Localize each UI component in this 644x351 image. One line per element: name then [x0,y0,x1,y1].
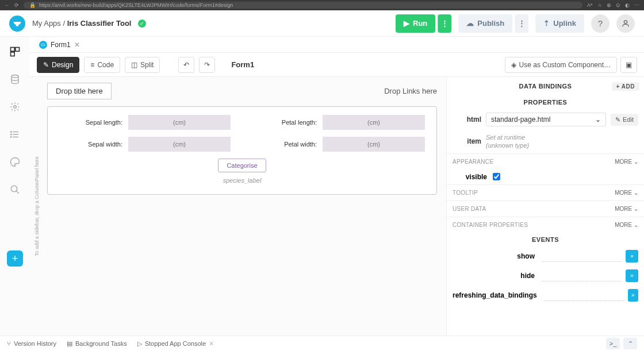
properties-header: PROPERTIES [447,95,644,109]
svg-rect-3 [11,52,15,56]
svg-rect-1 [11,48,15,52]
settings-gear-icon[interactable] [8,100,22,114]
sepal-length-label: Sepal length: [59,119,122,126]
petal-length-input[interactable] [323,115,425,130]
visible-prop-label: visible [453,173,487,181]
event-refresh-input[interactable] [544,290,624,301]
breadcrumb-root[interactable]: My Apps [32,19,61,28]
uplink-icon: ⇡ [543,19,550,28]
sepal-length-input[interactable] [128,115,231,130]
event-show-label: show [453,252,538,260]
terminal-button[interactable]: >_ [606,338,620,349]
svg-point-10 [11,134,12,135]
container-props-section[interactable]: CONTAINER PROPERTIES MORE ⌄ [447,217,644,233]
uplink-button[interactable]: ⇡ Uplink [535,14,584,33]
app-console-button[interactable]: ▷ Stopped App Console ✕ [137,340,214,348]
sepal-width-input[interactable] [128,137,231,152]
url-bar[interactable]: 🔒 https://anvil.works/new-build/apps/QK2… [24,2,582,9]
event-hide-go-button[interactable]: » [626,269,638,282]
status-ok-icon: ✓ [138,20,146,28]
form-panel[interactable]: Sepal length: Petal length: Sepal width: [47,106,437,195]
collapse-button[interactable]: ⌃ [623,338,637,349]
html-prop-select[interactable]: standard-page.html ⌄ [486,113,606,126]
species-label[interactable]: species_label [59,177,425,184]
categorise-button[interactable]: Categorise [218,159,266,172]
file-tab-form1[interactable]: ▭ Form1 ✕ [34,41,85,49]
file-tab-strip: ▭ Form1 ✕ [30,37,644,53]
title-drop-zone[interactable]: Drop title here [47,83,112,99]
run-dropdown[interactable]: ⋮ [438,14,451,33]
anvil-logo-icon[interactable] [9,16,25,32]
url-text: https://anvil.works/new-build/apps/QK2SL… [39,2,233,8]
event-hide-label: hide [453,272,538,280]
help-button[interactable]: ? [591,14,610,33]
account-button[interactable] [616,14,635,33]
close-console-icon[interactable]: ✕ [209,340,214,348]
theme-icon[interactable] [8,155,22,169]
version-history-button[interactable]: ⑂ Version History [7,340,56,347]
links-drop-zone[interactable]: Drop Links here [384,87,437,95]
background-tasks-button[interactable]: ▤ Background Tasks [67,340,127,348]
publish-dropdown[interactable]: ⋮ [515,14,528,33]
petal-width-label: Petal width: [254,141,317,148]
sepal-width-label: Sepal width: [59,141,122,148]
design-canvas[interactable]: Drop title here Drop Links here Sepal le… [44,77,446,335]
browser-chrome: ← ⟳ 🔒 https://anvil.works/new-build/apps… [0,0,644,10]
expand-button[interactable]: ▣ [620,57,637,73]
svg-point-4 [12,75,18,78]
back-arrow-icon[interactable]: ← [5,2,10,8]
breadcrumb: My Apps / Iris Classifier Tool [32,19,131,28]
list-icon[interactable] [8,128,22,141]
custom-component-button[interactable]: ◈ Use as Custom Component… [505,57,617,73]
form-badge-icon: ▭ [39,41,47,49]
form-title: Form1 [231,60,254,69]
tasks-icon: ▤ [67,340,72,348]
petal-width-input[interactable] [323,137,425,152]
sync-icon[interactable]: ⊕ [607,2,611,8]
close-tab-icon[interactable]: ✕ [74,41,80,49]
extension-icon[interactable]: Aᵃ [587,2,593,8]
bottom-status-bar: ⑂ Version History ▤ Background Tasks ▷ S… [0,335,644,351]
publish-button[interactable]: ☁ Publish [458,14,512,33]
more-icon[interactable]: ⊙ [616,2,620,8]
left-nav-rail: + [0,37,30,335]
database-icon[interactable] [8,72,22,86]
add-binding-button[interactable]: + ADD [612,82,639,91]
html-prop-label: html [453,115,481,124]
plus-icon: + [616,83,622,90]
tooltip-section[interactable]: TOOLTIP MORE ⌄ [447,184,644,200]
event-show-go-button[interactable]: » [626,250,638,263]
code-tab[interactable]: ≡ Code [84,57,120,73]
item-prop-value: Set at runtime (unknown type) [486,133,638,150]
add-button[interactable]: + [7,250,23,267]
edit-html-button[interactable]: ✎ Edit [611,114,638,126]
profile-icon[interactable]: ◐ [625,2,630,8]
appearance-section[interactable]: APPEARANCE MORE ⌄ [447,153,644,169]
split-tab[interactable]: ◫ Split [125,57,160,73]
event-hide-input[interactable] [542,270,622,281]
star-icon[interactable]: ☆ [597,2,602,8]
search-icon[interactable] [8,183,22,196]
undo-button[interactable]: ↶ [178,57,194,73]
user-data-section[interactable]: USER DATA MORE ⌄ [447,200,644,217]
properties-panel: DATA BINDINGS + ADD PROPERTIES html stan… [446,77,644,335]
design-tab[interactable]: ✎ Design [37,57,79,73]
redo-button[interactable]: ↷ [199,57,215,73]
menu-icon[interactable]: ⋯ [634,2,639,8]
pencil-icon: ✎ [43,61,49,69]
data-bindings-header: DATA BINDINGS + ADD [447,77,644,95]
event-show-input[interactable] [542,250,622,262]
app-browser-icon[interactable] [8,45,22,59]
component-icon: ◈ [511,61,516,69]
chevron-down-icon: ⌄ [595,115,601,124]
visible-checkbox[interactable] [493,173,500,180]
app-header: My Apps / Iris Classifier Tool ✓ ▶ Run ⋮… [0,10,644,37]
app-name[interactable]: Iris Classifier Tool [67,19,132,28]
event-refresh-label: refreshing_data_bindings [453,291,540,299]
event-refresh-go-button[interactable]: » [628,289,638,302]
sidebar-drop-hint[interactable]: To add a sidebar, drop a ColumnPanel her… [30,77,44,335]
run-button[interactable]: ▶ Run [396,14,435,33]
refresh-icon[interactable]: ⟳ [14,2,19,8]
svg-rect-2 [16,48,20,52]
console-icon: ▷ [137,340,142,348]
